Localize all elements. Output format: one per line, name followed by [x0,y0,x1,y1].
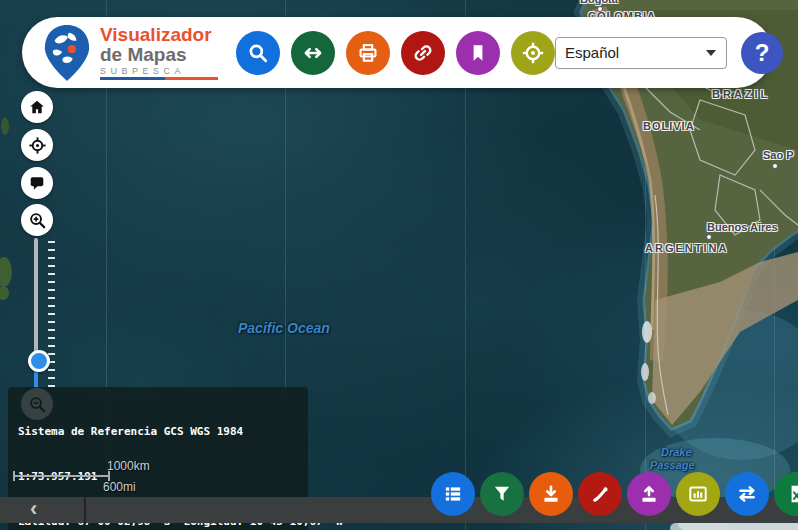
link-icon [412,42,434,64]
horizontal-arrows-icon [302,42,324,64]
speech-bubble-icon [28,174,46,192]
city-label-sao-paulo: Sao P [763,149,794,161]
city-dot-buenos-aires [706,234,712,240]
map-viewer-app: { "header": { "logo": {"line1": "Visuali… [0,0,798,530]
print-button[interactable] [346,31,390,75]
scale-km-label: 1000km [107,459,150,473]
swap-button[interactable] [725,472,769,516]
search-icon [247,42,269,64]
crosshair-icon [28,136,47,155]
logo-title-line2: de Mapas [100,45,218,64]
extent-arrows-button[interactable] [291,31,335,75]
target-icon [521,41,545,65]
ocean-label-passage: Passage [650,459,695,471]
language-select-value: Español [565,44,619,61]
paintbrush-icon [589,483,611,505]
city-label-buenos-aires: Buenos Aires [707,221,778,233]
home-button[interactable] [21,91,53,123]
country-label-bolivia: BOLIVIA [643,120,695,132]
logo-pin-icon [42,23,92,83]
excel-export-button[interactable] [774,472,798,516]
zoom-slider-handle[interactable] [28,350,50,372]
upload-icon [638,483,660,505]
excel-file-icon [785,483,798,505]
bottom-bar-divider [84,497,86,523]
draw-button[interactable] [578,472,622,516]
logo-subtitle: SUBPESCA [100,67,218,76]
country-label-brazil: BRAZIL [712,88,770,100]
app-logo: Visualizador de Mapas SUBPESCA [42,23,218,83]
language-select[interactable]: Español [555,37,727,69]
layer-list-button[interactable] [431,472,475,516]
filter-button[interactable] [480,472,524,516]
default-extent-button[interactable] [511,31,555,75]
logo-underline [100,77,218,80]
home-icon [28,98,46,116]
city-label-bogota: Bogotá [580,0,618,5]
city-dot-sao-paulo [772,163,778,169]
bookmark-button[interactable] [456,31,500,75]
header-right: Español ? [555,32,783,74]
share-link-button[interactable] [401,31,445,75]
print-icon [357,42,379,64]
help-button[interactable]: ? [741,32,783,74]
feedback-button[interactable] [21,167,53,199]
ocean-label-drake: Drake [661,446,692,458]
zoom-in-icon [28,211,47,230]
logo-text: Visualizador de Mapas SUBPESCA [100,25,218,80]
scale-mi-label: 600mi [103,480,136,494]
header-pill: Visualizador de Mapas SUBPESCA [22,17,772,88]
bookmark-icon [467,42,489,64]
chart-button[interactable] [676,472,720,516]
city-dot-bogota [597,6,603,12]
download-button[interactable] [529,472,573,516]
filter-funnel-icon [491,483,513,505]
coords-reference-system: Sistema de Referencia GCS WGS 1984 [18,424,298,439]
upload-button[interactable] [627,472,671,516]
swap-arrows-icon [736,483,758,505]
zoom-in-button[interactable] [21,204,53,236]
logo-title-line1: Visualizador [100,25,218,44]
locate-button[interactable] [21,129,53,161]
country-label-argentina: ARGENTINA [645,242,728,254]
bar-chart-icon [687,483,709,505]
bottom-toolbar [431,472,798,516]
chevron-down-icon [706,50,716,56]
header-toolbar [236,31,555,75]
ocean-label-pacific: Pacific Ocean [238,320,330,336]
search-button[interactable] [236,31,280,75]
scale-bar: 1000km 600mi [13,459,173,493]
layer-list-icon [442,483,464,505]
collapse-panel-button[interactable]: ‹ [0,497,84,523]
download-icon [540,483,562,505]
scale-bar-line [13,475,110,477]
